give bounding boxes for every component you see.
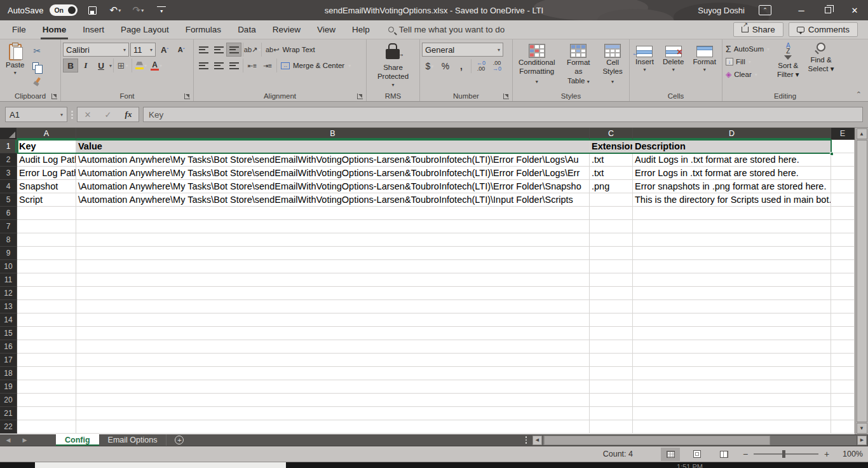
tab-help[interactable]: Help	[344, 20, 378, 39]
cell-B7[interactable]	[76, 220, 590, 233]
cell-D1[interactable]: Description	[633, 140, 831, 153]
normal-view-button[interactable]	[661, 448, 680, 461]
formula-input[interactable]: Key	[143, 107, 863, 122]
cell-D14[interactable]	[633, 313, 831, 327]
cell-D12[interactable]	[633, 287, 831, 300]
cell-E4[interactable]	[831, 180, 855, 193]
cell-D6[interactable]	[633, 207, 831, 220]
cell-D20[interactable]	[633, 394, 831, 407]
cell-B5[interactable]: \Automation Anywhere\My Tasks\Bot Store\…	[76, 193, 590, 207]
cell-B13[interactable]	[76, 300, 590, 313]
cell-C12[interactable]	[590, 287, 633, 300]
row-header-18[interactable]: 18	[0, 367, 17, 380]
row-header-13[interactable]: 13	[0, 300, 17, 313]
row-header-15[interactable]: 15	[0, 327, 17, 340]
middle-align-button[interactable]	[211, 43, 226, 57]
cell-E1[interactable]	[831, 140, 855, 153]
cell-B17[interactable]	[76, 354, 590, 367]
cell-B2[interactable]: \Automation Anywhere\My Tasks\Bot Store\…	[76, 153, 590, 167]
cell-C10[interactable]	[590, 260, 633, 273]
percent-format-button[interactable]: %	[438, 59, 453, 73]
tell-me-box[interactable]: Tell me what you want to do	[388, 25, 505, 34]
cell-E20[interactable]	[831, 394, 855, 407]
cell-A2[interactable]: Audit Log Path	[17, 153, 76, 167]
cell-A18[interactable]	[17, 367, 76, 380]
zoom-slider[interactable]	[754, 453, 818, 455]
tab-review[interactable]: Review	[264, 20, 309, 39]
user-name[interactable]: Suyog Doshi	[698, 6, 745, 15]
cell-B1[interactable]: Value	[76, 140, 590, 153]
cell-C15[interactable]	[590, 327, 633, 340]
paste-button[interactable]: Paste ▾	[2, 41, 28, 78]
row-header-4[interactable]: 4	[0, 180, 17, 193]
cell-D3[interactable]: Error Logs in .txt format are stored her…	[633, 167, 831, 180]
cell-A11[interactable]	[17, 273, 76, 287]
cell-D10[interactable]	[633, 260, 831, 273]
row-header-9[interactable]: 9	[0, 247, 17, 260]
cell-D2[interactable]: Audit Logs in .txt format are stored her…	[633, 153, 831, 167]
zoom-out-button[interactable]: −	[742, 449, 749, 459]
clipboard-dialog-launcher[interactable]	[51, 93, 57, 99]
clear-button[interactable]: ◈ Clear ▾	[724, 68, 771, 81]
page-layout-view-button[interactable]	[688, 448, 707, 461]
cell-B21[interactable]	[76, 407, 590, 420]
row-header-16[interactable]: 16	[0, 340, 17, 354]
italic-button[interactable]: I	[78, 59, 93, 72]
cell-A19[interactable]	[17, 380, 76, 394]
ribbon-display-options-button[interactable]: ⌃	[759, 5, 771, 15]
align-left-button[interactable]	[196, 59, 211, 72]
row-header-8[interactable]: 8	[0, 233, 17, 247]
cell-D17[interactable]	[633, 354, 831, 367]
cell-D11[interactable]	[633, 273, 831, 287]
cell-C13[interactable]	[590, 300, 633, 313]
column-header-A[interactable]: A	[17, 128, 76, 140]
row-header-17[interactable]: 17	[0, 354, 17, 367]
cell-B4[interactable]: \Automation Anywhere\My Tasks\Bot Store\…	[76, 180, 590, 193]
row-header-2[interactable]: 2	[0, 153, 17, 167]
cell-B12[interactable]	[76, 287, 590, 300]
share-protected-button[interactable]: Share Protected ▾	[374, 41, 412, 90]
cell-A17[interactable]	[17, 354, 76, 367]
comments-button[interactable]: Comments	[789, 22, 858, 37]
tab-formulas[interactable]: Formulas	[177, 20, 229, 39]
cancel-entry-button[interactable]: ✕	[78, 110, 98, 120]
select-all-button[interactable]	[0, 128, 17, 140]
cell-C22[interactable]	[590, 420, 633, 434]
restore-button[interactable]	[815, 0, 841, 20]
cell-A4[interactable]: Snapshot	[17, 180, 76, 193]
cell-A3[interactable]: Error Log Path	[17, 167, 76, 180]
formula-bar-splitter[interactable]	[71, 111, 73, 119]
cell-A7[interactable]	[17, 220, 76, 233]
cell-E9[interactable]	[831, 247, 855, 260]
page-break-view-button[interactable]	[714, 448, 733, 461]
cell-E17[interactable]	[831, 354, 855, 367]
sheet-tab-email-options[interactable]: Email Options	[99, 434, 167, 446]
cell-D4[interactable]: Error snapshots in .png format are store…	[633, 180, 831, 193]
row-header-19[interactable]: 19	[0, 380, 17, 394]
cell-B18[interactable]	[76, 367, 590, 380]
cell-C14[interactable]	[590, 313, 633, 327]
increase-indent-button[interactable]: ⇥≡	[260, 59, 275, 72]
cell-E16[interactable]	[831, 340, 855, 354]
cell-E7[interactable]	[831, 220, 855, 233]
cell-B3[interactable]: \Automation Anywhere\My Tasks\Bot Store\…	[76, 167, 590, 180]
cell-A6[interactable]	[17, 207, 76, 220]
row-header-10[interactable]: 10	[0, 260, 17, 273]
sort-filter-button[interactable]: AZ Sort & Filter ▾	[775, 41, 802, 81]
zoom-slider-thumb[interactable]	[782, 450, 785, 458]
column-header-E[interactable]: E	[831, 128, 855, 140]
font-size-combo[interactable]: 11▾	[130, 43, 156, 57]
cell-E11[interactable]	[831, 273, 855, 287]
column-header-C[interactable]: C	[590, 128, 633, 140]
scroll-left-button[interactable]: ◀	[532, 436, 542, 445]
autosave-toggle[interactable]: On	[50, 4, 78, 16]
cell-D9[interactable]	[633, 247, 831, 260]
close-button[interactable]: ✕	[841, 0, 868, 20]
redo-button[interactable]: ↷▾	[130, 3, 146, 18]
row-header-11[interactable]: 11	[0, 273, 17, 287]
cell-B22[interactable]	[76, 420, 590, 434]
customize-quick-access-button[interactable]: ▾	[153, 3, 169, 18]
save-button[interactable]	[84, 3, 100, 18]
font-dialog-launcher[interactable]	[184, 93, 190, 99]
scroll-right-button[interactable]: ▶	[857, 436, 867, 445]
